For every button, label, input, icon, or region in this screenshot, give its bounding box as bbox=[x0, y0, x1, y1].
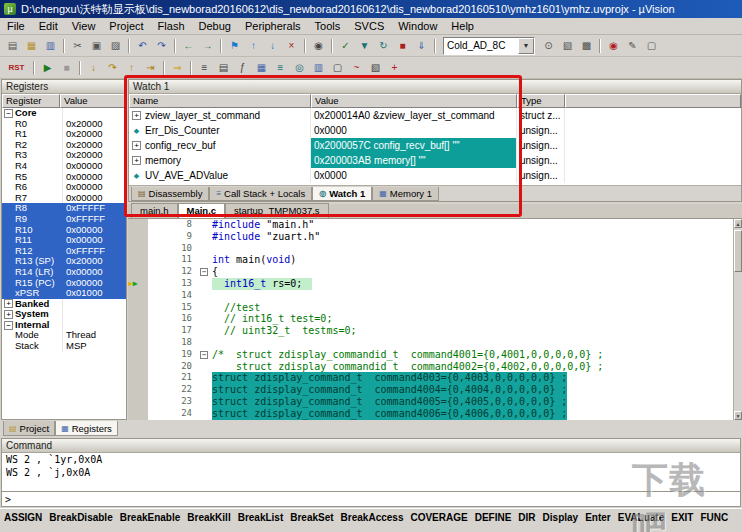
reset-cpu-icon[interactable]: RST bbox=[3, 59, 30, 77]
analysis-window-icon[interactable]: ~ bbox=[347, 59, 366, 77]
register-row[interactable]: R10x20000 bbox=[2, 129, 126, 140]
menu-item-window[interactable]: Window bbox=[391, 19, 444, 33]
configure-icon[interactable]: ✎ bbox=[623, 37, 642, 55]
run-icon[interactable]: ▶ bbox=[38, 59, 57, 77]
find-icon[interactable]: ◉ bbox=[309, 37, 328, 55]
find-in-files-icon[interactable]: ◉ bbox=[604, 37, 623, 55]
previous-bookmark-icon[interactable]: ↑ bbox=[244, 37, 263, 55]
tab-call-stack-locals[interactable]: ≡Call Stack + Locals bbox=[209, 187, 312, 201]
tab-startup-tmpm037-s[interactable]: startup_TMPM037.s bbox=[225, 203, 329, 218]
code-line[interactable]: 16 // int16_t test=0; bbox=[128, 313, 742, 325]
code-line[interactable]: 21struct zdisplay_command_t command4003=… bbox=[128, 372, 742, 384]
menu-item-edit[interactable]: Edit bbox=[32, 19, 65, 33]
memory-window-icon[interactable]: ▥ bbox=[309, 59, 328, 77]
open-file-icon[interactable]: ▦ bbox=[22, 37, 41, 55]
scroll-up-icon[interactable]: ▲ bbox=[734, 219, 742, 228]
code-line[interactable]: 17 // uint32_t testms=0; bbox=[128, 325, 742, 337]
breakpoint-gutter[interactable] bbox=[128, 290, 148, 302]
register-row[interactable]: R00x20000 bbox=[2, 119, 126, 130]
tree-minus-icon[interactable]: − bbox=[4, 109, 13, 118]
tab-disassembly[interactable]: ▤Disassembly bbox=[131, 187, 209, 201]
register-row[interactable]: R14 (LR)0x00000 bbox=[2, 267, 126, 278]
register-row[interactable]: R30x20000 bbox=[2, 150, 126, 161]
paste-icon[interactable]: ▨ bbox=[106, 37, 125, 55]
tree-plus-icon[interactable]: + bbox=[4, 299, 13, 308]
code-line[interactable]: 19−/* struct zdisplay_commandid_t comman… bbox=[128, 349, 742, 361]
tab-registers[interactable]: ▦Registers bbox=[55, 421, 118, 436]
breakpoint-gutter[interactable] bbox=[128, 361, 148, 373]
register-row[interactable]: −Core bbox=[2, 108, 126, 119]
register-row[interactable]: R15 (PC)0x00000 bbox=[2, 278, 126, 289]
breakpoint-gutter[interactable] bbox=[128, 372, 148, 384]
fold-minus-icon[interactable]: − bbox=[200, 268, 208, 276]
code-line[interactable]: 10 bbox=[128, 243, 742, 255]
code-editor[interactable]: 8#include "main.h"9#include "zuart.h"101… bbox=[128, 219, 742, 420]
code-line[interactable]: 12−{ bbox=[128, 266, 742, 278]
watch-row[interactable]: +zview_layer_st_command0x200014A0 &zview… bbox=[129, 108, 741, 123]
register-row[interactable]: R80xFFFFF bbox=[2, 203, 126, 214]
watch-row[interactable]: +config_recv_buf0x2000057C config_recv_b… bbox=[129, 138, 741, 153]
menu-item-view[interactable]: View bbox=[65, 19, 103, 33]
tab-project[interactable]: ▤Project bbox=[3, 421, 55, 436]
watch-row[interactable]: ◆Err_Dis_Counter0x0000unsign... bbox=[129, 123, 741, 138]
watch-row[interactable]: ◆UV_AVE_ADValue0x0000unsign... bbox=[129, 168, 741, 183]
save-icon[interactable]: ▥ bbox=[41, 37, 60, 55]
command-window-icon[interactable]: ≡ bbox=[195, 59, 214, 77]
tab-watch-1[interactable]: ◎Watch 1 bbox=[312, 187, 372, 201]
tree-plus-icon[interactable]: + bbox=[4, 310, 13, 319]
register-row[interactable]: R100x00000 bbox=[2, 225, 126, 236]
tab-main-h[interactable]: main.h bbox=[131, 203, 178, 218]
breakpoint-gutter[interactable] bbox=[128, 231, 148, 243]
code-line[interactable]: 22struct zdisplay_command_t command4004=… bbox=[128, 384, 742, 396]
combo-dropdown-icon[interactable]: ▼ bbox=[518, 38, 534, 54]
tab-main-c[interactable]: Main.c bbox=[178, 203, 226, 218]
serial-window-icon[interactable]: ▢ bbox=[328, 59, 347, 77]
register-row[interactable]: R13 (SP)0x20000 bbox=[2, 256, 126, 267]
register-row[interactable]: +System bbox=[2, 309, 126, 320]
watch-window-icon[interactable]: ◎ bbox=[290, 59, 309, 77]
file-extensions-icon[interactable]: ▧ bbox=[558, 37, 577, 55]
menu-item-flash[interactable]: Flash bbox=[151, 19, 192, 33]
navigate-back-icon[interactable]: ← bbox=[179, 37, 198, 55]
copy-icon[interactable]: ▣ bbox=[87, 37, 106, 55]
watch-row[interactable]: +memory0x200003AB memory[] ""unsign... bbox=[129, 153, 741, 168]
breakpoint-gutter[interactable] bbox=[128, 325, 148, 337]
manage-books-icon[interactable]: ▩ bbox=[577, 37, 596, 55]
system-viewer-icon[interactable]: ▧ bbox=[366, 59, 385, 77]
redo-icon[interactable]: ↷ bbox=[152, 37, 171, 55]
tree-plus-icon[interactable]: + bbox=[132, 141, 141, 150]
translate-file-icon[interactable]: ✓ bbox=[336, 37, 355, 55]
menu-item-svcs[interactable]: SVCS bbox=[347, 19, 391, 33]
tree-plus-icon[interactable]: + bbox=[132, 156, 141, 165]
register-row[interactable]: R60x00000 bbox=[2, 182, 126, 193]
rebuild-icon[interactable]: ↻ bbox=[374, 37, 393, 55]
menu-item-file[interactable]: File bbox=[0, 19, 32, 33]
register-row[interactable]: xPSR0x01000 bbox=[2, 288, 126, 299]
window-layout-icon[interactable]: ▢ bbox=[642, 37, 661, 55]
scroll-down-icon[interactable]: ▼ bbox=[734, 411, 742, 420]
undo-icon[interactable]: ↶ bbox=[133, 37, 152, 55]
register-row[interactable]: R90xFFFFF bbox=[2, 214, 126, 225]
bookmark-icon[interactable]: ⚑ bbox=[225, 37, 244, 55]
menu-item-project[interactable]: Project bbox=[102, 19, 150, 33]
options-for-target-icon[interactable]: ⊙ bbox=[539, 37, 558, 55]
breakpoint-gutter[interactable] bbox=[128, 302, 148, 314]
cut-icon[interactable]: ✂ bbox=[68, 37, 87, 55]
register-row[interactable]: −Internal bbox=[2, 320, 126, 331]
breakpoint-gutter[interactable] bbox=[128, 384, 148, 396]
breakpoint-gutter[interactable] bbox=[128, 219, 148, 231]
breakpoint-gutter[interactable] bbox=[128, 349, 148, 361]
register-row[interactable]: R70x00000 bbox=[2, 193, 126, 204]
scrollbar-thumb[interactable] bbox=[734, 230, 742, 272]
download-icon[interactable]: ⇓ bbox=[412, 37, 431, 55]
run-to-cursor-icon[interactable]: ⇥ bbox=[141, 59, 160, 77]
register-row[interactable]: ModeThread bbox=[2, 330, 126, 341]
step-over-icon[interactable]: ↷ bbox=[103, 59, 122, 77]
breakpoint-gutter[interactable] bbox=[128, 313, 148, 325]
code-line[interactable]: 20 struct zdisplay_commandid_t command40… bbox=[128, 361, 742, 373]
breakpoint-gutter[interactable] bbox=[128, 337, 148, 349]
breakpoint-gutter[interactable] bbox=[128, 408, 148, 420]
symbol-window-icon[interactable]: ƒ bbox=[233, 59, 252, 77]
code-line[interactable]: 11int main(void) bbox=[128, 254, 742, 266]
code-line[interactable]: 9#include "zuart.h" bbox=[128, 231, 742, 243]
